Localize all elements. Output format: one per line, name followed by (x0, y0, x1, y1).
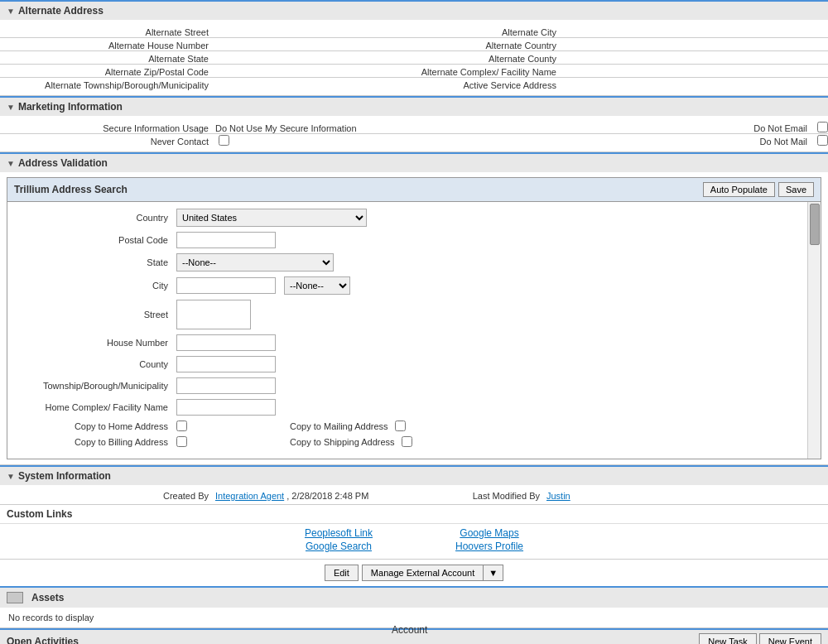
trillium-scrollbar[interactable] (807, 202, 821, 459)
never-contact-left: Never Contact (0, 134, 414, 147)
manage-external-button[interactable]: Manage External Account (362, 565, 483, 581)
country-row: Country United States Canada United King… (11, 209, 817, 227)
state-select[interactable]: --None-- (176, 253, 334, 272)
township-input[interactable] (176, 377, 276, 394)
manage-external-btn-group: Manage External Account ▼ (362, 565, 503, 581)
alternate-address-title: Alternate Address (18, 5, 104, 17)
home-complex-label: Home Complex/ Facility Name (11, 402, 176, 412)
home-complex-field (176, 399, 801, 416)
active-service-right: Active Service Address (414, 78, 828, 90)
house-number-row: House Number (11, 334, 817, 351)
do-not-mail-checkbox[interactable] (817, 135, 828, 146)
alt-state-value (215, 51, 414, 54)
marketing-content: Secure Information Usage Do Not Use My S… (0, 116, 828, 152)
state-label: State (11, 257, 176, 267)
county-field (176, 356, 801, 372)
postal-code-field (176, 232, 801, 248)
assets-section: Assets No records to display (0, 586, 828, 628)
auto-populate-button[interactable]: Auto Populate (703, 182, 775, 197)
country-select[interactable]: United States Canada United Kingdom Othe… (176, 209, 367, 227)
copy-shipping-label: Copy to Shipping Address (290, 437, 395, 447)
alt-township-left: Alternate Township/Borough/Municipality (0, 78, 414, 90)
city-select[interactable]: --None-- (284, 276, 350, 295)
postal-code-label: Postal Code (11, 235, 176, 245)
edit-button[interactable]: Edit (325, 565, 359, 581)
account-label: Account (392, 624, 427, 636)
trillium-buttons: Auto Populate Save (703, 182, 814, 197)
alt-street-row: Alternate Street Alternate City (0, 25, 828, 37)
alt-county-label: Alternate County (414, 51, 563, 64)
manage-external-dropdown[interactable]: ▼ (483, 565, 503, 581)
custom-links-heading: Custom Links (7, 508, 72, 520)
postal-code-row: Postal Code (11, 232, 817, 248)
peoplesoft-link[interactable]: Peoplesoft Link (305, 527, 373, 539)
created-by-date: , 2/28/2018 2:48 PM (286, 491, 368, 501)
copy-billing-row: Copy to Billing Address Copy to Shipping… (11, 436, 817, 447)
alt-country-value (563, 38, 828, 41)
copy-billing-label: Copy to Billing Address (11, 437, 176, 447)
street-label: Street (11, 310, 176, 320)
alt-street-label: Alternate Street (0, 25, 215, 37)
street-field (176, 300, 801, 329)
alt-zip-label: Alternate Zip/Postal Code (0, 65, 215, 77)
secure-info-left: Secure Information Usage Do Not Use My S… (0, 121, 414, 133)
alt-zip-row: Alternate Zip/Postal Code Alternate Comp… (0, 65, 828, 77)
township-label: Township/Borough/Municipality (11, 381, 176, 391)
google-search-link[interactable]: Google Search (306, 541, 372, 552)
integration-agent-link[interactable]: Integration Agent (215, 491, 284, 501)
google-maps-link[interactable]: Google Maps (460, 527, 518, 539)
county-label: County (11, 359, 176, 369)
alt-country-label: Alternate Country (414, 38, 563, 50)
copy-mailing-checkbox[interactable] (395, 421, 406, 431)
created-by-label: Created By (0, 488, 215, 501)
marketing-section: ▼ Marketing Information Secure Informati… (0, 96, 828, 152)
city-input[interactable] (176, 277, 276, 294)
hoovers-profile-link[interactable]: Hoovers Profile (455, 541, 523, 552)
do-not-email-checkbox[interactable] (817, 122, 828, 132)
copy-home-checkbox[interactable] (176, 421, 187, 431)
copy-shipping-checkbox[interactable] (402, 436, 412, 447)
new-task-button[interactable]: New Task (699, 633, 756, 644)
county-input[interactable] (176, 356, 276, 372)
home-complex-input[interactable] (176, 399, 276, 416)
trillium-address-box: Trillium Address Search Auto Populate Sa… (7, 177, 821, 459)
assets-icon (7, 592, 23, 603)
last-modified-link[interactable]: Justin (546, 488, 828, 501)
copy-billing-checkbox[interactable] (176, 436, 187, 447)
custom-links-col1: Peoplesoft Link Google Search (305, 527, 373, 552)
created-by-row: Created By Integration Agent , 2/28/2018… (0, 488, 828, 501)
created-by-value: Integration Agent , 2/28/2018 2:48 PM (215, 488, 414, 501)
address-validation-content: Trillium Address Search Auto Populate Sa… (0, 177, 828, 465)
city-row: City --None-- (11, 276, 817, 295)
open-activities-title: Open Activities (7, 636, 79, 644)
copy-home-label: Copy to Home Address (11, 421, 176, 431)
country-field: United States Canada United Kingdom Othe… (176, 209, 801, 227)
trillium-save-button[interactable]: Save (778, 182, 814, 197)
alt-zip-value (215, 65, 414, 67)
secure-info-value: Do Not Use My Secure Information (215, 121, 414, 133)
system-info-header[interactable]: ▼ System Information (0, 465, 828, 485)
address-validation-header[interactable]: ▼ Address Validation (0, 152, 828, 172)
alt-street-value (215, 25, 414, 27)
house-number-input[interactable] (176, 334, 276, 351)
collapse-arrow: ▼ (7, 7, 15, 16)
township-row: Township/Borough/Municipality (11, 377, 817, 394)
alt-house-row: Alternate House Number Alternate Country (0, 38, 828, 50)
new-event-button[interactable]: New Event (759, 633, 821, 644)
postal-code-input[interactable] (176, 232, 276, 248)
never-contact-label: Never Contact (0, 134, 215, 147)
alt-complex-label: Alternate Complex/ Facility Name (414, 65, 563, 77)
system-info-content: Created By Integration Agent , 2/28/2018… (0, 485, 828, 504)
do-not-mail-right: Do Not Mail (414, 134, 828, 147)
scrollbar-thumb (810, 204, 820, 245)
alt-township-row: Alternate Township/Borough/Municipality … (0, 78, 828, 90)
trillium-header: Trillium Address Search Auto Populate Sa… (7, 178, 821, 202)
trillium-body: Country United States Canada United King… (7, 202, 821, 459)
alternate-address-header[interactable]: ▼ Alternate Address (0, 0, 828, 20)
never-contact-checkbox[interactable] (219, 135, 229, 146)
created-by-left: Created By Integration Agent , 2/28/2018… (0, 488, 414, 501)
alt-house-left: Alternate House Number (0, 38, 414, 50)
marketing-header[interactable]: ▼ Marketing Information (0, 96, 828, 116)
street-input[interactable] (176, 300, 251, 329)
city-field: --None-- (176, 276, 801, 295)
